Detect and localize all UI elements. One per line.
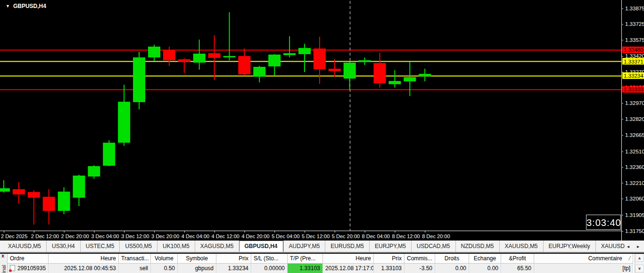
table-cell[interactable]: 2025.12.08 00:45:53 bbox=[49, 264, 119, 273]
x-axis-label: 2 Dec 2025 bbox=[1, 233, 27, 239]
candle-body bbox=[148, 47, 160, 57]
column-header-s-l-sto-[interactable]: S/L (Sto... bbox=[251, 254, 288, 264]
scroll-down-icon[interactable]: ▼ bbox=[635, 265, 644, 273]
candle-body bbox=[283, 53, 296, 55]
table-cell[interactable]: 0.00 bbox=[469, 264, 501, 273]
table-scrollbar[interactable]: ▲ ▼ bbox=[635, 254, 644, 273]
order-document-icon bbox=[10, 265, 15, 271]
x-axis-label: 8 Dec 04:00 bbox=[362, 233, 390, 239]
chart-tab-usdcad-m5[interactable]: USDCAD,M5 bbox=[411, 241, 455, 252]
chart-background bbox=[0, 0, 644, 241]
column-header-volume[interactable]: Volume bbox=[151, 254, 178, 264]
chart-tab-xauusd-m5[interactable]: XAUUSD,M5 bbox=[3, 241, 46, 252]
candle-body bbox=[28, 192, 40, 198]
candle-body bbox=[208, 53, 221, 58]
chart-tab-uk100-m5[interactable]: UK100,M5 bbox=[157, 241, 195, 252]
candle-body bbox=[178, 59, 190, 62]
candle-body bbox=[298, 48, 311, 54]
table-cell[interactable]: 1.33234 bbox=[216, 264, 251, 273]
column-header-heure[interactable]: Heure bbox=[323, 254, 374, 264]
column-header-droits[interactable]: Droits bbox=[435, 254, 469, 264]
candle-body bbox=[359, 60, 371, 62]
table-cell[interactable]: [tp] bbox=[534, 264, 633, 273]
column-header-commis-[interactable]: Commis... bbox=[405, 254, 435, 264]
chart-tab-audjpy-m5[interactable]: AUDJPY,M5 bbox=[283, 241, 325, 252]
table-cell[interactable]: gbpusd bbox=[178, 264, 216, 273]
column-header-transacti-[interactable]: Transacti... bbox=[119, 254, 151, 264]
sort-icon[interactable]: / bbox=[629, 255, 630, 262]
price-level-badge-label: 1.33234 bbox=[624, 73, 644, 79]
tab-scroll-left-icon[interactable]: ◂ bbox=[627, 244, 629, 249]
candle-body bbox=[388, 81, 401, 84]
terminal-vertical-label[interactable]: inal bbox=[0, 257, 7, 273]
chart-tab-ustec-m5[interactable]: USTEC,M5 bbox=[80, 241, 120, 252]
candle-body bbox=[344, 63, 356, 79]
column-header-t-p-pre-[interactable]: T/P (Pre... bbox=[288, 254, 323, 264]
column-header-prix[interactable]: Prix bbox=[216, 254, 251, 264]
chart-tab-us500-m5[interactable]: US500,M5 bbox=[119, 241, 157, 252]
chart-symbol-text: GBPUSD,H4 bbox=[13, 3, 46, 9]
price-level-badge-label: 1.33371 bbox=[624, 59, 644, 64]
terminal-gutter: x inal bbox=[0, 254, 8, 273]
price-level-badge-label: 1.33103 bbox=[624, 87, 644, 92]
table-cell[interactable]: 0.50 bbox=[151, 264, 178, 273]
y-axis-label: 1.32210 bbox=[625, 180, 644, 186]
candle-body bbox=[314, 48, 326, 69]
y-axis-label: 1.32665 bbox=[625, 132, 644, 138]
column-header-prix[interactable]: Prix bbox=[374, 254, 405, 264]
table-cell[interactable]: -3.50 bbox=[405, 264, 435, 273]
candle-body bbox=[404, 77, 416, 81]
y-axis-label: 1.32360 bbox=[625, 164, 644, 170]
chart-tab-xagusd-m5[interactable]: XAGUSD,M5 bbox=[195, 241, 239, 252]
candle-body bbox=[163, 50, 175, 60]
x-axis-label: 8 Dec 20:00 bbox=[422, 233, 450, 239]
chart-tab-nzdusd-m5[interactable]: NZDUSD,M5 bbox=[455, 241, 499, 252]
table-cell[interactable]: 0.00000 bbox=[251, 264, 288, 273]
column-header-symbole[interactable]: Symbole bbox=[178, 254, 216, 264]
order-id: 299105935 bbox=[17, 265, 46, 272]
candle-body bbox=[133, 57, 145, 102]
candlestick-chart[interactable]: 1.338751.337251.335751.334201.332701.331… bbox=[0, 0, 644, 241]
candle-body bbox=[374, 63, 386, 83]
x-axis-label: 5 Dec 12:00 bbox=[302, 233, 330, 239]
candle-body bbox=[238, 56, 250, 74]
y-axis-label: 1.31750 bbox=[625, 228, 644, 234]
x-axis-label: 4 Dec 20:00 bbox=[241, 233, 269, 239]
tab-scroll-right-icon[interactable]: ▸ bbox=[637, 244, 639, 249]
table-cell[interactable]: 65.50 bbox=[501, 264, 534, 273]
x-axis-label: 2 Dec 12:00 bbox=[31, 233, 59, 239]
table-cell[interactable]: 299105935 bbox=[8, 264, 49, 273]
column-header-heure[interactable]: Heure bbox=[49, 254, 119, 264]
chart-tab-us30-h4[interactable]: US30,H4 bbox=[46, 241, 80, 252]
table-cell[interactable]: 0.00 bbox=[435, 264, 469, 273]
table-header-row: OrdreHeureTransacti...VolumeSymbolePrixS… bbox=[8, 254, 633, 264]
table-row[interactable]: 2991059352025.12.08 00:45:53sell0.50gbpu… bbox=[8, 264, 633, 273]
x-axis-label: 3 Dec 04:00 bbox=[91, 233, 119, 239]
x-axis-label: 4 Dec 04:00 bbox=[182, 233, 209, 239]
table-cell[interactable]: sell bbox=[119, 264, 151, 273]
column-header-ordre[interactable]: Ordre bbox=[8, 254, 49, 264]
x-axis-label: 4 Dec 12:00 bbox=[212, 233, 239, 239]
table-cell[interactable]: 2025.12.08 17:17:02 bbox=[323, 264, 374, 273]
candle-body bbox=[58, 192, 70, 211]
tp-hit-cell[interactable]: 1.33103 bbox=[288, 264, 323, 273]
y-axis-label: 1.32060 bbox=[625, 196, 644, 201]
chart-tab-gbpusd-h4[interactable]: GBPUSD,H4 bbox=[239, 241, 283, 252]
candle-countdown-timer: 3:03:40 bbox=[586, 215, 621, 230]
column-header--profit[interactable]: &Profit bbox=[501, 254, 534, 264]
x-axis-label: 8 Dec 12:00 bbox=[392, 233, 420, 239]
candle-body bbox=[88, 166, 100, 177]
chart-tab-eurjpy-weekly[interactable]: EURJPY,Weekly bbox=[543, 241, 595, 252]
column-header-commentaire[interactable]: Commentaire/ bbox=[534, 254, 633, 264]
candle-body bbox=[13, 189, 25, 194]
chart-tab-eurusd-m5[interactable]: EURUSD,M5 bbox=[325, 241, 369, 252]
chart-panel[interactable]: 1.338751.337251.335751.334201.332701.331… bbox=[0, 0, 644, 241]
table-cell[interactable]: 1.33103 bbox=[374, 264, 405, 273]
candle-body bbox=[193, 54, 206, 63]
scroll-up-icon[interactable]: ▲ bbox=[635, 254, 644, 262]
chart-tab-eurjpy-m5[interactable]: EURJPY,M5 bbox=[369, 241, 411, 252]
chart-tab-xauusd-m5[interactable]: XAUUSD,M5 bbox=[499, 241, 543, 252]
column-header-echange[interactable]: Echange bbox=[469, 254, 501, 264]
chart-symbol-label: ▼ GBPUSD,H4 bbox=[6, 3, 46, 9]
x-axis-label: 2 Dec 20:00 bbox=[61, 233, 89, 239]
